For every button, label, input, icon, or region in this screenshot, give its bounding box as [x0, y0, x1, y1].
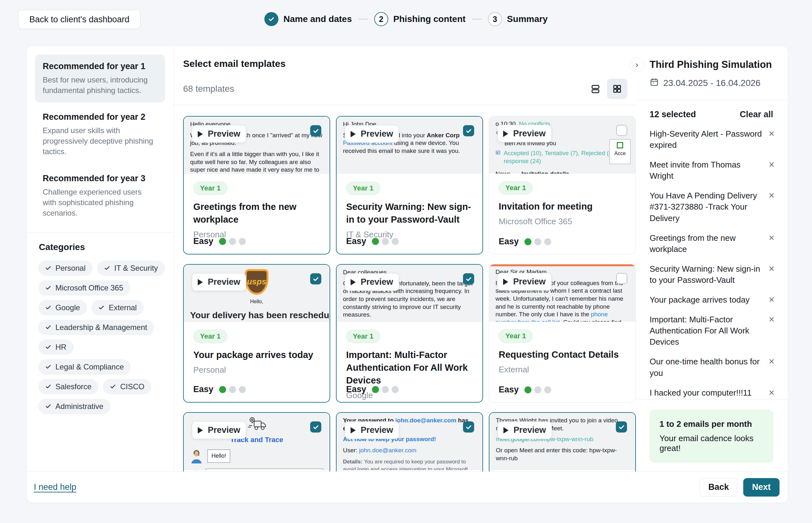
- remove-template-icon[interactable]: ×: [769, 190, 774, 201]
- difficulty-row: Easy: [499, 385, 551, 395]
- back-button[interactable]: Back: [700, 478, 737, 497]
- difficulty-dots: [524, 238, 551, 245]
- remove-template-icon[interactable]: ×: [769, 314, 774, 325]
- back-to-dashboard-button[interactable]: Back to client's dashboard: [18, 10, 141, 29]
- template-card-1[interactable]: Hello everyone,Wanted to get in touch on…: [183, 116, 330, 254]
- category-pill-cisco[interactable]: CISCO: [103, 379, 151, 394]
- help-link[interactable]: I need help: [34, 482, 76, 492]
- preview-button[interactable]: Preview: [192, 273, 246, 291]
- clear-all-button[interactable]: Clear all: [740, 110, 773, 120]
- category-label: Administrative: [55, 402, 104, 411]
- check-icon: [45, 383, 51, 390]
- remove-template-icon[interactable]: ×: [769, 356, 774, 367]
- category-pill-google[interactable]: Google: [38, 300, 87, 315]
- template-checkbox[interactable]: [463, 273, 474, 285]
- simulation-date-range: 23.04.2025 - 16.04.2026: [663, 78, 760, 88]
- preview-button[interactable]: Preview: [498, 421, 552, 439]
- template-checkbox[interactable]: [616, 421, 627, 433]
- email-link[interactable]: john.doe@anker.com: [395, 417, 456, 423]
- category-pill-external[interactable]: External: [91, 300, 144, 315]
- remove-template-icon[interactable]: ×: [769, 233, 774, 244]
- template-card-body: Year 1Security Warning: New sign-in to y…: [337, 174, 482, 239]
- category-pill-personal[interactable]: Personal: [38, 260, 93, 276]
- grid-view-icon[interactable]: [607, 79, 627, 99]
- delivery-truck-icon: [246, 417, 267, 432]
- template-card-5[interactable]: Dear colleagues,Our company has, unfortu…: [336, 264, 483, 402]
- tab-news[interactable]: News: [496, 170, 511, 174]
- category-pill-hr[interactable]: HR: [38, 340, 74, 355]
- selected-template-name: I hacked your computer!!!11: [650, 387, 769, 398]
- category-pill-leadership-management[interactable]: Leadership & Management: [38, 320, 154, 335]
- category-pill-salesforce[interactable]: Salesforce: [38, 379, 98, 394]
- phishing-simulation-page: Back to client's dashboard Name and date…: [0, 0, 812, 523]
- difficulty-dot-off: [229, 238, 236, 245]
- preview-button[interactable]: Preview: [497, 273, 552, 290]
- category-pill-legal-compliance[interactable]: Legal & Compliance: [38, 359, 131, 375]
- template-checkbox[interactable]: [463, 125, 474, 136]
- template-count: 68 templates: [183, 84, 234, 94]
- play-icon: [351, 131, 356, 137]
- template-card-7[interactable]: Track and TraceHello!Welcome to the inte…: [183, 412, 330, 471]
- view-toggles: [585, 79, 627, 99]
- play-icon: [351, 427, 356, 433]
- template-checkbox[interactable]: [616, 125, 627, 136]
- template-card-body: Year 1Invitation for meetingMicrosoft Of…: [489, 174, 635, 227]
- recommendation-item-year-2[interactable]: Recommended for year 2Expand user skills…: [35, 105, 165, 164]
- panels: Recommended for year 1Best for new users…: [27, 46, 788, 471]
- recommendation-item-year-1[interactable]: Recommended for year 1Best for new users…: [35, 54, 165, 103]
- chat-bubble: Hello!: [207, 449, 230, 463]
- category-pill-it-security[interactable]: IT & Security: [97, 260, 165, 276]
- difficulty-dot-off: [382, 238, 389, 245]
- difficulty-dot-off: [392, 386, 399, 393]
- preview-button[interactable]: Preview: [345, 125, 399, 143]
- list-view-icon[interactable]: [585, 79, 606, 99]
- template-card-8[interactable]: Your password to john.doe@anker.com has …: [336, 412, 483, 471]
- template-checkbox[interactable]: [310, 125, 321, 136]
- template-checkbox[interactable]: [616, 273, 627, 284]
- category-pill-administrative[interactable]: Administrative: [38, 399, 110, 414]
- check-icon: [45, 324, 51, 330]
- template-card-6[interactable]: Dear Sir or Madam,I am looking for one o…: [489, 264, 636, 402]
- step-name-and-dates[interactable]: Name and dates: [264, 12, 352, 26]
- category-pill-microsoft-office-365[interactable]: Microsoft Office 365: [38, 280, 130, 295]
- email-link[interactable]: john.doe@anker.com: [359, 447, 417, 454]
- sidebar-divider: [27, 232, 173, 233]
- template-checkbox[interactable]: [310, 421, 321, 433]
- template-card-9[interactable]: Thomas Wright has invited you to join a …: [489, 412, 636, 471]
- step-summary[interactable]: 3Summary: [488, 12, 548, 26]
- category-label: CISCO: [120, 382, 144, 391]
- next-button[interactable]: Next: [743, 478, 779, 497]
- difficulty-dots: [372, 386, 399, 393]
- template-checkbox[interactable]: [463, 421, 474, 433]
- difficulty-dot-off: [239, 238, 246, 245]
- difficulty-dot-on: [524, 238, 532, 245]
- tab-invitation-details[interactable]: Invitation details: [522, 170, 569, 174]
- step-number: 2: [374, 12, 388, 26]
- template-card-3[interactable]: o 10:30No conflictsTeams MeetingBen Ant …: [489, 116, 636, 254]
- remove-template-icon[interactable]: ×: [769, 294, 774, 305]
- recommendation-item-year-3[interactable]: Recommended for year 3Challenge experien…: [35, 167, 165, 225]
- simulation-summary-panel: Third Phishing Simulation 23.04.2025 - 1…: [637, 46, 788, 471]
- step-label: Summary: [507, 14, 548, 24]
- usps-logo: usps: [245, 269, 269, 295]
- collapse-panel-button[interactable]: ›: [630, 57, 644, 72]
- step-phishing-content[interactable]: 2Phishing content: [374, 12, 465, 26]
- template-scroll-area[interactable]: Hello everyone,Wanted to get in touch on…: [173, 105, 637, 471]
- preview-button[interactable]: Preview: [345, 421, 399, 439]
- template-card-2[interactable]: Hi John Doe,Someone has logged into your…: [336, 116, 483, 254]
- remove-template-icon[interactable]: ×: [769, 159, 774, 170]
- preview-button[interactable]: Preview: [192, 125, 246, 143]
- preview-button[interactable]: Preview: [192, 421, 246, 439]
- template-card-4[interactable]: uspsHello,Your delivery has been resched…: [183, 264, 330, 402]
- preview-button[interactable]: Preview: [345, 273, 399, 291]
- preview-label: Preview: [208, 425, 240, 435]
- category-label: IT & Security: [114, 264, 158, 273]
- email-text: Even if it's all a little bigger than wi…: [190, 151, 319, 174]
- preview-button[interactable]: Preview: [497, 125, 552, 142]
- template-checkbox[interactable]: [310, 273, 321, 285]
- remove-template-icon[interactable]: ×: [769, 387, 774, 398]
- difficulty-dots: [219, 386, 246, 393]
- remove-template-icon[interactable]: ×: [769, 128, 774, 139]
- accept-button[interactable]: Acce: [609, 139, 630, 164]
- remove-template-icon[interactable]: ×: [769, 264, 774, 274]
